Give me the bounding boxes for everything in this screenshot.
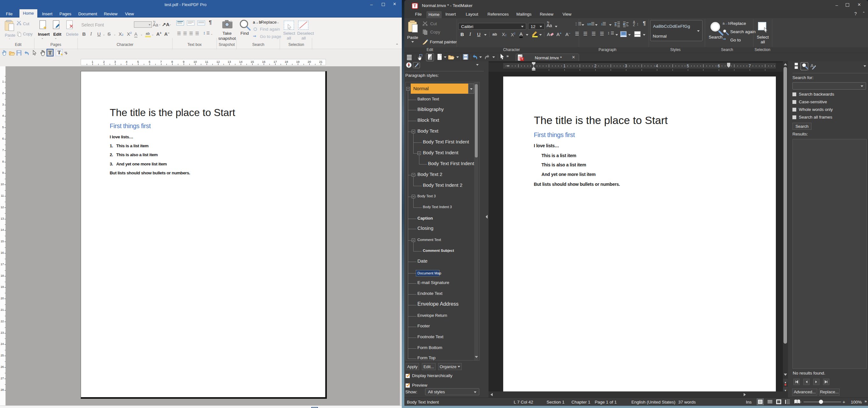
svg-text:ab: ab xyxy=(534,33,538,36)
